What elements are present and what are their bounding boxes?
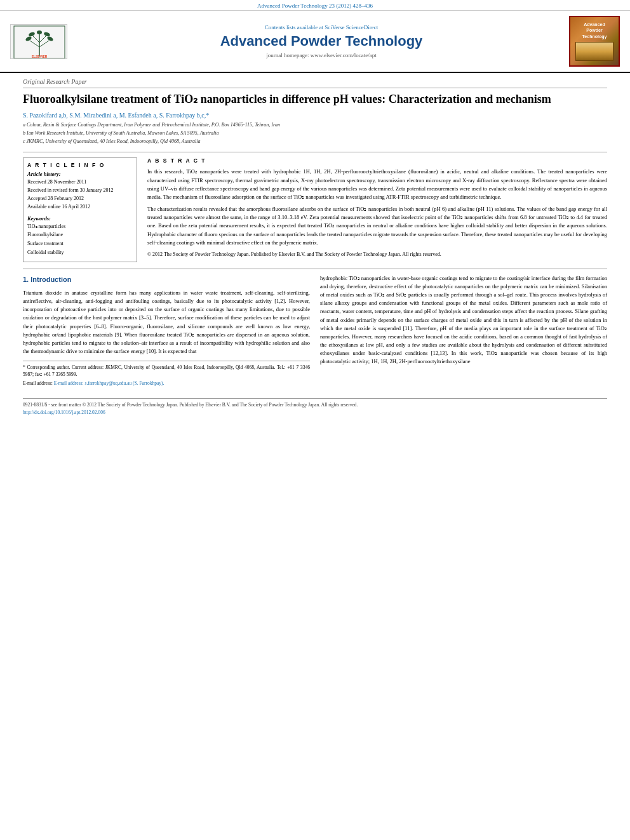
apt-logo-graphic: [575, 42, 613, 61]
intro-col-left: 1. Introduction Titanium dioxide in anat…: [23, 274, 310, 388]
abstract-header: A B S T R A C T: [147, 157, 607, 164]
svg-text:ELSEVIER: ELSEVIER: [32, 55, 48, 58]
article-type: Original Research Paper: [23, 78, 607, 88]
apt-logo-area: AdvancedPowderTechnology: [569, 16, 620, 67]
keyword-2: Fluoroalkylsilane: [27, 231, 133, 239]
article-info-header: A R T I C L E I N F O: [27, 162, 133, 168]
elsevier-svg-icon: ELSEVIER: [11, 25, 67, 59]
section-divider: [23, 152, 607, 152]
copyright-text: © 2012 The Society of Powder Technology …: [147, 251, 607, 258]
article-info-panel: A R T I C L E I N F O Article history: R…: [23, 157, 137, 262]
affiliations: a Colour, Resin & Surface Coatings Depar…: [23, 121, 607, 145]
article-dates: Received 28 November 2011 Received in re…: [27, 178, 133, 211]
email-link[interactable]: E-mail address: s.farrokhpay@uq.edu.au (…: [54, 380, 164, 386]
journal-citation-bar: Advanced Powder Technology 23 (2012) 428…: [0, 0, 630, 11]
affiliation-b: b Ian Work Research Institute, Universit…: [23, 130, 607, 137]
intro-col-right: hydrophobic TiO₂ nanoparticles in water-…: [320, 274, 607, 388]
main-content: Original Research Paper Fluoroalkylsilan…: [0, 73, 630, 393]
date-received: Received 28 November 2011: [27, 178, 133, 187]
info-abstract-section: A R T I C L E I N F O Article history: R…: [23, 157, 607, 262]
keywords-label: Keywords:: [27, 215, 133, 222]
article-title: Fluoroalkylsilane treatment of TiO₂ nano…: [23, 92, 607, 107]
journal-citation: Advanced Powder Technology 23 (2012) 428…: [257, 3, 373, 9]
footnote-star: * Corresponding author. Current address:…: [23, 364, 310, 378]
date-accepted: Accepted 28 February 2012: [27, 195, 133, 203]
sciverse-text: Contents lists available at SciVerse Sci…: [74, 24, 569, 30]
abstract-panel: A B S T R A C T In this research, TiO₂ n…: [147, 157, 607, 262]
affiliation-c: c JKMRC, University of Queensland, 40 Is…: [23, 138, 607, 145]
body-section: 1. Introduction Titanium dioxide in anat…: [23, 274, 607, 388]
intro-title: 1. Introduction: [23, 274, 310, 285]
apt-logo-box: AdvancedPowderTechnology: [569, 16, 620, 67]
svg-point-10: [37, 30, 42, 34]
bottom-bar: 0921-8831/$ - see front matter © 2012 Th…: [23, 398, 607, 417]
intro-text-right: hydrophobic TiO₂ nanoparticles in water-…: [320, 274, 607, 366]
issn-text: 0921-8831/$ - see front matter © 2012 Th…: [23, 401, 607, 409]
abstract-text: In this research, TiO₂ nanoparticles wer…: [147, 168, 607, 258]
date-online: Available online 16 April 2012: [27, 203, 133, 211]
keywords-list: TiO₂ nanoparticles Fluoroalkylsilane Sur…: [27, 223, 133, 257]
journal-homepage: journal homepage: www.elsevier.com/locat…: [74, 52, 569, 58]
elsevier-logo-area: ELSEVIER: [10, 24, 74, 59]
keyword-3: Surface treatment: [27, 240, 133, 248]
abstract-para-2: The characterization results revealed th…: [147, 205, 607, 247]
intro-text-left: Titanium dioxide in anatase crystalline …: [23, 289, 310, 356]
footnote-section: * Corresponding author. Current address:…: [23, 361, 310, 387]
body-divider: [23, 269, 607, 269]
history-label: Article history:: [27, 171, 133, 177]
sciverse-link[interactable]: SciVerse ScienceDirect: [325, 24, 378, 30]
elsevier-logo-image: ELSEVIER: [10, 24, 67, 59]
doi-link[interactable]: http://dx.doi.org/10.1016/j.apt.2012.02.…: [23, 409, 607, 417]
keyword-1: TiO₂ nanoparticles: [27, 223, 133, 231]
date-revised: Received in revised form 30 January 2012: [27, 187, 133, 195]
keyword-4: Colloidal stability: [27, 249, 133, 257]
journal-title-area: Contents lists available at SciVerse Sci…: [74, 24, 569, 58]
abstract-para-1: In this research, TiO₂ nanoparticles wer…: [147, 168, 607, 201]
affiliation-a: a Colour, Resin & Surface Coatings Depar…: [23, 121, 607, 129]
authors-line: S. Pazokifard a,b, S.M. Mirabedini a, M.…: [23, 112, 607, 119]
apt-logo-title: AdvancedPowderTechnology: [582, 22, 607, 39]
journal-main-title: Advanced Powder Technology: [74, 33, 569, 50]
footnote-email: E-mail address: E-mail address: s.farrok…: [23, 380, 310, 387]
journal-header: ELSEVIER Contents lists available at Sci…: [0, 11, 630, 73]
